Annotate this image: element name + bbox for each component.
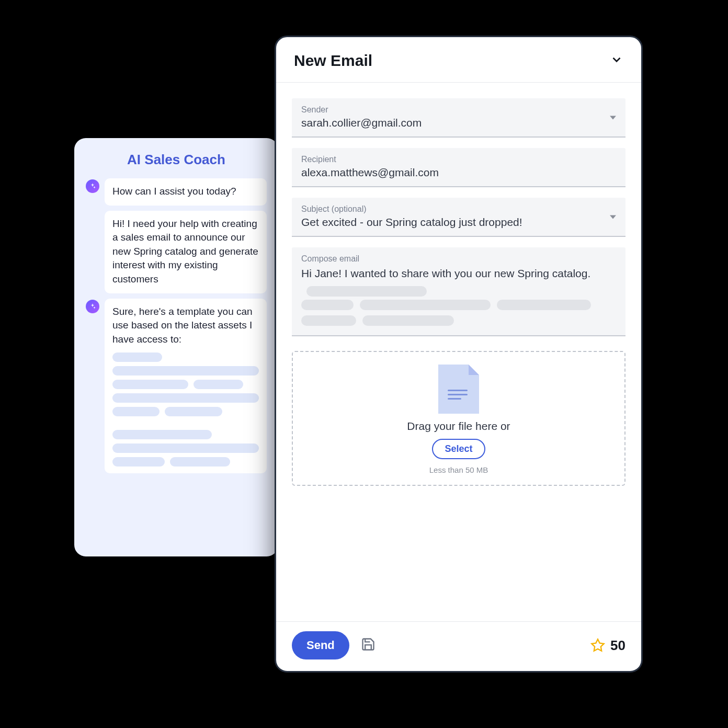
compose-field[interactable]: Compose email Hi Jane! I wanted to share… [292, 247, 625, 336]
loading-skeleton [112, 352, 259, 467]
svg-marker-0 [592, 639, 604, 651]
caret-down-icon [610, 215, 616, 219]
compose-skeleton [301, 300, 616, 326]
sender-value: sarah.collier@gmail.com [301, 117, 616, 129]
email-footer: Send 50 [276, 621, 641, 671]
compose-skeleton [306, 286, 427, 297]
subject-value: Get excited - our Spring catalog just dr… [301, 216, 616, 229]
chat-message-user: Hi! I need your help with creating a sal… [86, 211, 267, 293]
file-dropzone[interactable]: Drag your file here or Select Less than … [292, 351, 625, 486]
save-icon [361, 637, 376, 652]
star-count: 50 [590, 638, 625, 654]
size-note: Less than 50 MB [429, 465, 488, 474]
star-count-value: 50 [610, 638, 625, 654]
caret-down-icon [610, 116, 616, 119]
compose-label: Compose email [301, 254, 616, 264]
chat-message-assistant: How can I assist you today? [86, 178, 267, 206]
subject-field[interactable]: Subject (optional) Get excited - our Spr… [292, 198, 625, 237]
chat-bubble: Hi! I need your help with creating a sal… [105, 211, 267, 293]
recipient-label: Recipient [301, 155, 616, 164]
recipient-value: alexa.matthews@gmail.com [301, 166, 616, 179]
recipient-field[interactable]: Recipient alexa.matthews@gmail.com [292, 148, 625, 187]
chat-message-assistant: Sure, here's a template you can use base… [86, 299, 267, 474]
document-icon [438, 365, 479, 414]
ai-coach-panel: AI Sales Coach How can I assist you toda… [74, 138, 278, 556]
sender-label: Sender [301, 105, 616, 115]
subject-label: Subject (optional) [301, 204, 616, 214]
chat-text: Sure, here's a template you can use base… [112, 306, 253, 345]
coach-title: AI Sales Coach [86, 152, 267, 168]
select-file-button[interactable]: Select [432, 439, 485, 459]
star-icon [590, 638, 605, 653]
save-draft-button[interactable] [361, 637, 376, 654]
chat-bubble: Sure, here's a template you can use base… [105, 299, 267, 474]
email-compose-panel: New Email Sender sarah.collier@gmail.com… [275, 36, 643, 673]
chevron-down-icon [610, 53, 623, 66]
dropzone-text: Drag your file here or [407, 420, 510, 433]
compose-text: Hi Jane! I wanted to share with you our … [301, 267, 590, 279]
sparkle-icon [86, 300, 99, 313]
collapse-button[interactable] [610, 53, 623, 69]
email-title: New Email [294, 52, 372, 70]
sender-field[interactable]: Sender sarah.collier@gmail.com [292, 98, 625, 138]
chat-bubble: How can I assist you today? [105, 178, 267, 206]
sparkle-icon [86, 179, 99, 193]
email-header: New Email [276, 37, 641, 82]
send-button[interactable]: Send [292, 631, 349, 659]
